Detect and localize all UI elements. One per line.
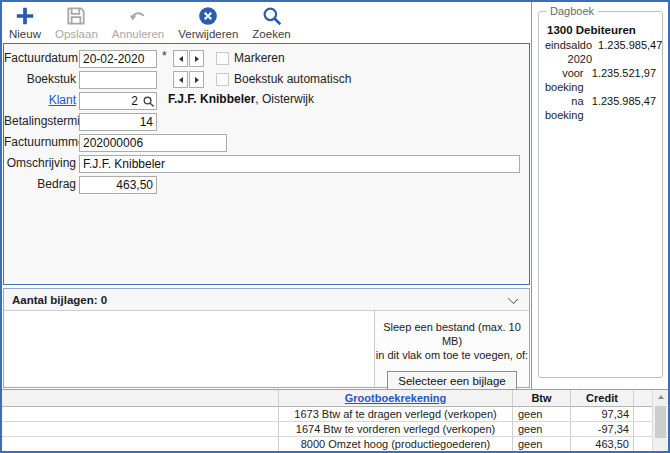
markeren-checkbox[interactable]: [216, 52, 229, 65]
klant-search-icon[interactable]: [142, 94, 155, 112]
undo-icon: [127, 5, 149, 27]
delete-circle-icon: [197, 5, 219, 27]
grid-cell-spacer: [634, 437, 652, 451]
bijlagen-count-label: Aantal bijlagen: 0: [12, 294, 107, 306]
grid-header-spacer: [634, 390, 652, 406]
grid-header-credit: Credit: [571, 390, 634, 406]
arrow-right-icon[interactable]: [189, 50, 204, 67]
factuurnummer-label: Factuurnummer: [4, 134, 76, 151]
dagboek-row-label: na boeking: [545, 94, 590, 122]
search-button[interactable]: Zoeken: [252, 5, 290, 40]
arrow-up-icon[interactable]: [653, 390, 668, 404]
toolbar: Nieuw Opslaan Annuleren: [2, 2, 530, 43]
klant-display-suffix: , Oisterwijk: [255, 92, 314, 106]
grid-cell-spacer: [634, 422, 652, 436]
toolbar-button-label: Annuleren: [112, 28, 164, 40]
dagboek-row: voor boeking 1.235.521,97: [545, 66, 656, 94]
grid-scrollbar[interactable]: [652, 390, 668, 451]
bijlagen-header: Aantal bijlagen: 0: [4, 289, 529, 311]
plus-icon: [14, 5, 36, 27]
bedrag-label: Bedrag: [4, 176, 76, 193]
omschrijving-label: Omschrijving: [4, 155, 76, 172]
grid-header-empty: [2, 390, 279, 406]
dagboek-row: eindsaldo 2020 1.235.985,47: [545, 38, 656, 66]
toolbar-button-label: Verwijderen: [178, 28, 238, 40]
bijlagen-panel: Aantal bijlagen: 0 Sleep een bestand (ma…: [3, 288, 530, 388]
save-icon: [65, 5, 87, 27]
bedrag-input[interactable]: 463,50: [79, 176, 157, 194]
grid-cell-credit: 97,34: [571, 407, 634, 421]
dropzone-text-line1: Sleep een bestand (max. 10 MB): [375, 320, 529, 348]
boekingen-grid: Grootboekrekening Btw Credit 1673 Btw af…: [2, 389, 668, 451]
boekstuk-spinner: [173, 71, 204, 88]
arrow-left-icon[interactable]: [173, 71, 188, 88]
grid-cell-empty: [2, 422, 279, 436]
app-window: Nieuw Opslaan Annuleren: [0, 0, 670, 453]
select-attachment-button[interactable]: Selecteer een bijlage: [387, 371, 516, 391]
factuurdatum-spinner: [173, 50, 204, 67]
save-button: Opslaan: [55, 5, 98, 40]
grid-cell-rekening: 1674 Btw te vorderen verlegd (verkopen): [279, 422, 513, 436]
dagboek-row-label: eindsaldo 2020: [545, 38, 598, 66]
factuurdatum-label: Factuurdatum: [4, 50, 76, 67]
betalingstermijn-input[interactable]: 14: [79, 113, 157, 131]
dagboek-row-label: voor boeking: [545, 66, 590, 94]
dagboek-title: Dagboek: [546, 5, 598, 17]
grid-cell-btw: geen: [513, 422, 571, 436]
dropzone-text-line2: in dit vlak om toe te voegen, of:: [375, 348, 529, 362]
dagboek-row-value: 1.235.521,97: [590, 66, 656, 94]
arrow-left-icon[interactable]: [173, 50, 188, 67]
boekstuk-automatisch-checkbox[interactable]: [216, 73, 229, 86]
dagboek-row-value: 1.235.985,47: [590, 94, 656, 122]
dagboek-panel: Dagboek 1300 Debiteuren eindsaldo 2020 1…: [531, 2, 668, 389]
grid-cell-rekening: 8000 Omzet hoog (productiegoederen): [279, 437, 513, 451]
markeren-label: Markeren: [234, 51, 285, 66]
cancel-button: Annuleren: [112, 5, 164, 40]
grootboekrekening-link[interactable]: Grootboekrekening: [345, 392, 446, 404]
grid-cell-rekening: 1673 Btw af te dragen verlegd (verkopen): [279, 407, 513, 421]
file-dropzone[interactable]: Sleep een bestand (max. 10 MB) in dit vl…: [374, 311, 529, 387]
grid-cell-empty: [2, 437, 279, 451]
dagboek-row: na boeking 1.235.985,47: [545, 94, 656, 122]
grid-row[interactable]: 8000 Omzet hoog (productiegoederen) geen…: [2, 437, 652, 452]
search-icon: [261, 5, 283, 27]
factuurdatum-input[interactable]: 20-02-2020: [79, 50, 157, 68]
delete-button[interactable]: Verwijderen: [178, 5, 238, 40]
klant-display: F.J.F. Knibbeler, Oisterwijk: [168, 92, 314, 106]
grid-cell-spacer: [634, 407, 652, 421]
grid-header-row: Grootboekrekening Btw Credit: [2, 390, 652, 407]
scrollbar-thumb[interactable]: [655, 406, 666, 438]
grid-header-grootboekrekening: Grootboekrekening: [279, 390, 513, 406]
grid-cell-credit: 463,50: [571, 437, 634, 451]
boekstuk-input[interactable]: [79, 71, 157, 89]
chevron-down-icon[interactable]: [509, 295, 517, 303]
factuurnummer-input[interactable]: 202000006: [79, 134, 227, 152]
grid-header-btw: Btw: [513, 390, 571, 406]
invoice-form-panel: Factuurdatum 20-02-2020 * Markeren Boeks…: [3, 43, 530, 285]
grid-cell-empty: [2, 407, 279, 421]
arrow-right-icon[interactable]: [189, 71, 204, 88]
grid-row[interactable]: 1674 Btw te vorderen verlegd (verkopen) …: [2, 422, 652, 437]
omschrijving-input[interactable]: F.J.F. Knibbeler: [79, 155, 520, 173]
grid-cell-btw: geen: [513, 407, 571, 421]
toolbar-button-label: Nieuw: [9, 28, 41, 40]
boekstuk-automatisch-label: Boekstuk automatisch: [234, 72, 351, 87]
dagboek-groupbox: Dagboek 1300 Debiteuren eindsaldo 2020 1…: [538, 11, 663, 378]
grid-cell-credit: -97,34: [571, 422, 634, 436]
toolbar-button-label: Opslaan: [55, 28, 98, 40]
klant-link[interactable]: Klant: [4, 92, 76, 109]
dagboek-account: 1300 Debiteuren: [545, 24, 656, 36]
boekstuk-label: Boekstuk: [4, 71, 76, 88]
new-button[interactable]: Nieuw: [9, 5, 41, 40]
grid-row[interactable]: 1673 Btw af te dragen verlegd (verkopen)…: [2, 407, 652, 422]
toolbar-button-label: Zoeken: [252, 28, 290, 40]
betalingstermijn-label: Betalingstermijn: [4, 113, 76, 130]
klant-display-name: F.J.F. Knibbeler: [168, 92, 255, 106]
dagboek-row-value: 1.235.985,47: [598, 38, 662, 66]
required-marker: *: [162, 49, 167, 63]
grid-cell-btw: geen: [513, 437, 571, 451]
